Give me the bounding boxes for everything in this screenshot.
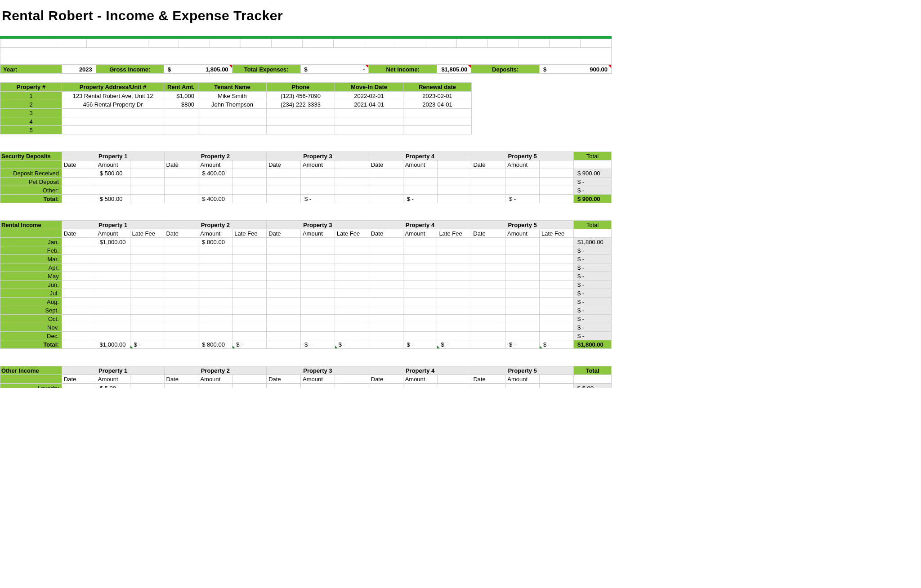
year-value[interactable]: 2023 <box>62 65 96 74</box>
total-expenses-value[interactable]: $- <box>300 65 369 74</box>
other-income-label: Other Income <box>0 366 62 375</box>
property-row: 5 <box>0 126 472 134</box>
dep-col-p3: Property 3 <box>267 152 369 160</box>
year-label: Year: <box>0 65 62 74</box>
income-row: Oct.$ - <box>0 315 612 323</box>
col-move-in: Move-In Date <box>335 83 403 92</box>
property-row: 3 <box>0 109 472 117</box>
income-row: Mar.$ - <box>0 255 612 263</box>
income-row: Apr.$ - <box>0 263 612 272</box>
col-renewal: Renewal date <box>403 83 472 92</box>
income-row: Jul.$ - <box>0 289 612 298</box>
blank-grid-top <box>0 39 612 65</box>
income-row: Jun.$ - <box>0 281 612 289</box>
dep-total-col: Total <box>573 152 611 160</box>
property-row: 1 123 Rental Robert Ave, Unit 12 $1,000 … <box>0 92 472 100</box>
deposit-row-pet: Pet Deposit $ - <box>0 178 612 186</box>
summary-row: Year: 2023 Gross Income: $1,805.00 Total… <box>0 65 612 74</box>
other-income-table: Other Income Property 1 Property 2 Prope… <box>0 366 612 383</box>
security-deposits-table: Security Deposits Property 1 Property 2 … <box>0 151 612 203</box>
income-row: Aug.$ - <box>0 298 612 306</box>
other-row-laundry: Laundry $ 5.00 $ 5.00 <box>0 384 612 388</box>
dep-col-p5: Property 5 <box>471 152 574 160</box>
col-tenant-name: Tenant Name <box>198 83 267 92</box>
deposits-label: Deposits: <box>471 65 540 74</box>
page-title: Rental Robert - Income & Expense Tracker <box>0 4 612 36</box>
gross-income-label: Gross Income: <box>96 65 164 74</box>
income-row: Nov.$ - <box>0 323 612 332</box>
rental-income-table: Rental Income Property 1 Property 2 Prop… <box>0 220 612 349</box>
dep-col-p1: Property 1 <box>62 152 164 160</box>
security-deposits-label: Security Deposits <box>0 152 62 160</box>
deposit-row-total: Total: $ 500.00 $ 400.00 $ - $ - $ - $ 9… <box>0 195 612 203</box>
net-income-label: Net Income: <box>369 65 437 74</box>
deposit-row-other: Other: $ - <box>0 186 612 195</box>
dep-col-p2: Property 2 <box>164 152 267 160</box>
deposit-row-received: Deposit Received $ 500.00 $ 400.00 $ 900… <box>0 169 612 178</box>
property-row: 2 456 Rental Property Dr $800 John Thomp… <box>0 100 472 109</box>
net-income-value[interactable]: $1,805.00 <box>437 65 471 74</box>
dep-col-p4: Property 4 <box>369 152 471 160</box>
rental-income-label: Rental Income <box>0 221 62 229</box>
col-rent-amt: Rent Amt. <box>164 83 198 92</box>
col-property-num: Property # <box>0 83 62 92</box>
income-row: Dec.$ - <box>0 332 612 340</box>
income-row-jan: Jan. $1,000.00 $ 800.00 $1,800.00 <box>0 238 612 246</box>
income-row: Feb.$ - <box>0 246 612 255</box>
income-row-total: Total: $1,000.00$ - $ 800.00$ - $ -$ - $… <box>0 340 612 349</box>
income-row: May$ - <box>0 272 612 281</box>
deposits-value[interactable]: $900.00 <box>540 65 612 74</box>
property-row: 4 <box>0 117 472 126</box>
total-expenses-label: Total Expenses: <box>232 65 300 74</box>
properties-table: Property # Property Address/Unit # Rent … <box>0 82 472 134</box>
gross-income-value[interactable]: $1,805.00 <box>164 65 232 74</box>
col-phone: Phone <box>267 83 335 92</box>
col-property-addr: Property Address/Unit # <box>62 83 164 92</box>
income-row: Sept.$ - <box>0 306 612 315</box>
